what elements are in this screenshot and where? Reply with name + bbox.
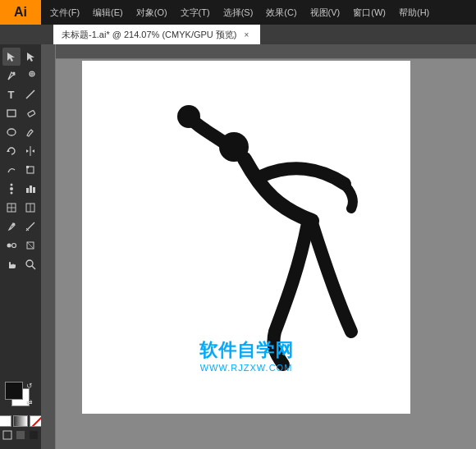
figure-artwork bbox=[148, 102, 386, 389]
menu-window[interactable]: 窗口(W) bbox=[347, 5, 391, 21]
svg-rect-7 bbox=[7, 110, 16, 117]
live-paint-tool[interactable] bbox=[21, 236, 39, 254]
svg-point-16 bbox=[10, 187, 13, 190]
svg-point-2 bbox=[12, 72, 15, 75]
blend-tools bbox=[2, 236, 39, 254]
ruler-left bbox=[41, 44, 56, 449]
active-tab[interactable]: 未标题-1.ai* @ 214.07% (CMYK/GPU 预览) × bbox=[53, 25, 260, 44]
svg-line-34 bbox=[32, 266, 35, 269]
view-tools bbox=[2, 255, 39, 273]
svg-rect-20 bbox=[30, 186, 32, 193]
blend-tool[interactable] bbox=[2, 236, 21, 254]
svg-marker-13 bbox=[32, 149, 34, 153]
menu-select[interactable]: 选择(S) bbox=[217, 5, 259, 21]
screen-mode-row bbox=[2, 429, 39, 441]
menu-view[interactable]: 视图(V) bbox=[304, 5, 346, 21]
direct-select-tool[interactable] bbox=[21, 48, 39, 66]
titlebar: Ai 文件(F) 编辑(E) 对象(O) 文字(T) 选择(S) 效果(C) 视… bbox=[0, 0, 476, 25]
tab-label: 未标题-1.ai* @ 214.07% (CMYK/GPU 预览) bbox=[62, 29, 237, 41]
swap-colors-icon[interactable]: ⇄ bbox=[26, 398, 36, 408]
svg-point-18 bbox=[10, 192, 12, 195]
foreground-color-swatch[interactable] bbox=[5, 382, 23, 400]
full-screen-no-menu-button[interactable] bbox=[28, 429, 39, 441]
pencil-tool[interactable] bbox=[21, 123, 39, 141]
transform-tools bbox=[2, 142, 39, 160]
menu-file[interactable]: 文件(F) bbox=[44, 5, 85, 21]
column-graph-tool[interactable] bbox=[21, 180, 39, 198]
zoom-tool[interactable] bbox=[21, 255, 39, 273]
svg-point-30 bbox=[7, 244, 11, 248]
svg-marker-12 bbox=[26, 149, 29, 153]
svg-marker-1 bbox=[27, 53, 34, 62]
reset-colors-icon[interactable]: ↺ bbox=[26, 382, 36, 392]
rect-tool[interactable] bbox=[2, 104, 21, 122]
symbol-tool[interactable] bbox=[2, 180, 21, 198]
select-tool[interactable] bbox=[2, 48, 21, 66]
menu-help[interactable]: 帮助(H) bbox=[393, 5, 435, 21]
fill-button[interactable] bbox=[0, 415, 11, 427]
ai-logo: Ai bbox=[0, 0, 41, 25]
measure-tool[interactable] bbox=[21, 218, 39, 236]
eyedropper-tool[interactable] bbox=[2, 218, 21, 236]
pen-tool[interactable] bbox=[2, 66, 21, 85]
no-fill-button[interactable] bbox=[30, 415, 41, 427]
menubar: 文件(F) 编辑(E) 对象(O) 文字(T) 选择(S) 效果(C) 视图(V… bbox=[41, 0, 476, 25]
shape-tools bbox=[2, 104, 39, 122]
tabbar: 未标题-1.ai* @ 214.07% (CMYK/GPU 预览) × bbox=[0, 25, 476, 44]
svg-rect-19 bbox=[26, 188, 29, 193]
menu-edit[interactable]: 编辑(E) bbox=[87, 5, 129, 21]
menu-object[interactable]: 对象(O) bbox=[130, 5, 173, 21]
ellipse-tools bbox=[2, 123, 39, 141]
warp-tools bbox=[2, 161, 39, 179]
svg-rect-36 bbox=[16, 431, 25, 439]
type-tools: T bbox=[2, 85, 39, 103]
type-tool[interactable]: T bbox=[2, 85, 21, 103]
menu-text[interactable]: 文字(T) bbox=[175, 5, 216, 21]
svg-point-17 bbox=[10, 184, 12, 186]
slice-tools bbox=[2, 199, 39, 217]
svg-point-39 bbox=[177, 105, 200, 128]
color-mode-row bbox=[0, 415, 41, 427]
toolbar: T bbox=[0, 44, 41, 449]
graph-tools bbox=[2, 180, 39, 198]
hand-tool[interactable] bbox=[2, 255, 21, 273]
svg-marker-10 bbox=[7, 149, 10, 152]
svg-rect-8 bbox=[27, 110, 34, 117]
full-screen-mode-button[interactable] bbox=[15, 429, 26, 441]
swatch-area[interactable]: ↺ ⇄ bbox=[5, 382, 36, 413]
canvas-area: 软件自学网 WWW.RJZXW.COM bbox=[41, 44, 476, 449]
ellipse-tool[interactable] bbox=[2, 123, 21, 141]
line-tool[interactable] bbox=[21, 85, 39, 103]
svg-rect-15 bbox=[26, 166, 29, 168]
slice-tool[interactable] bbox=[2, 199, 21, 217]
svg-line-6 bbox=[26, 90, 34, 99]
tab-close-button[interactable]: × bbox=[242, 30, 252, 39]
canvas-document[interactable]: 软件自学网 WWW.RJZXW.COM bbox=[82, 61, 410, 414]
reflect-tool[interactable] bbox=[21, 142, 39, 160]
svg-marker-0 bbox=[7, 53, 15, 62]
warp-tool[interactable] bbox=[2, 161, 21, 179]
gradient-button[interactable] bbox=[13, 415, 28, 427]
normal-mode-button[interactable] bbox=[2, 429, 13, 441]
svg-rect-37 bbox=[30, 431, 38, 439]
svg-rect-21 bbox=[33, 187, 35, 193]
slice-select-tool[interactable] bbox=[21, 199, 39, 217]
selection-tools bbox=[2, 48, 39, 66]
eyedropper-tools bbox=[2, 218, 39, 236]
eraser-tool[interactable] bbox=[21, 104, 39, 122]
svg-point-33 bbox=[26, 260, 33, 267]
svg-point-9 bbox=[7, 129, 16, 135]
svg-rect-35 bbox=[3, 431, 11, 439]
svg-point-31 bbox=[11, 244, 16, 248]
pen-tools bbox=[2, 66, 39, 85]
add-anchor-tool[interactable] bbox=[21, 66, 39, 85]
rotate-tool[interactable] bbox=[2, 142, 21, 160]
menu-effect[interactable]: 效果(C) bbox=[260, 5, 302, 21]
free-transform-tool[interactable] bbox=[21, 161, 39, 179]
color-swatches: ↺ ⇄ bbox=[0, 382, 41, 446]
ruler-top bbox=[41, 44, 476, 59]
main-area: T bbox=[0, 44, 476, 449]
